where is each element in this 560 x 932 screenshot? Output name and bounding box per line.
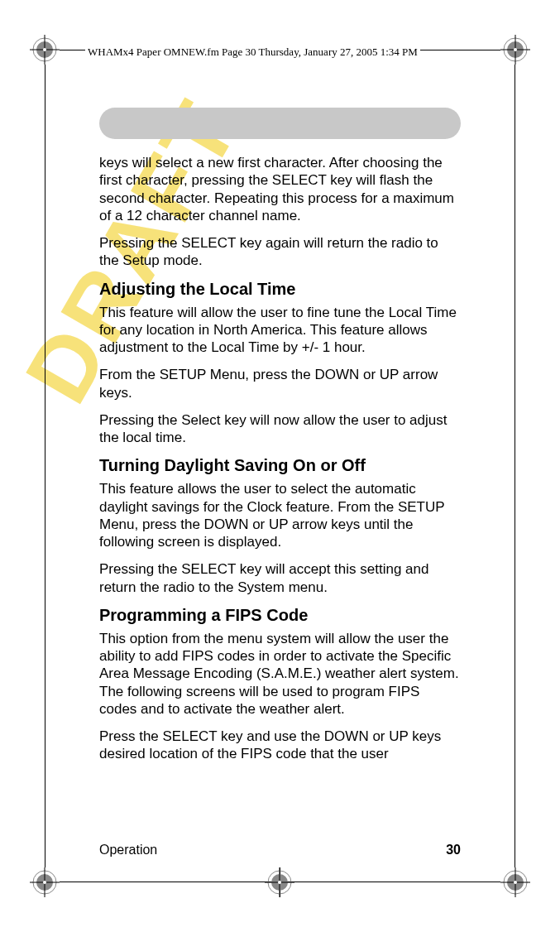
svg-point-14	[43, 881, 46, 884]
body-paragraph: keys will select a new first character. …	[99, 154, 461, 224]
heading-daylight-saving: Turning Daylight Saving On or Off	[99, 456, 461, 475]
body-paragraph: Pressing the SELECT key again will retur…	[99, 234, 461, 270]
body-paragraph: This feature allows the user to select t…	[99, 480, 461, 550]
body-paragraph: Pressing the Select key will now allow t…	[99, 411, 461, 447]
registration-mark-icon	[500, 867, 530, 897]
body-paragraph: Pressing the SELECT key will accept this…	[99, 560, 461, 596]
page-footer: Operation 30	[99, 843, 461, 858]
heading-fips-code: Programming a FIPS Code	[99, 606, 461, 625]
body-paragraph: From the SETUP Menu, press the DOWN or U…	[99, 366, 461, 401]
registration-mark-icon	[30, 867, 60, 897]
crop-line-right	[515, 65, 515, 867]
registration-mark-icon	[30, 35, 60, 65]
svg-point-19	[514, 881, 517, 884]
body-paragraph: Press the SELECT key and use the DOWN or…	[99, 728, 461, 763]
registration-mark-icon	[265, 867, 294, 897]
body-paragraph: This option from the menu system will al…	[99, 630, 461, 718]
registration-mark-icon	[500, 35, 530, 65]
page-header-meta: WHAMx4 Paper OMNEW.fm Page 30 Thursday, …	[85, 46, 420, 59]
heading-adjusting-local-time: Adjusting the Local Time	[99, 280, 461, 299]
body-paragraph: This feature will allow the user to fine…	[99, 304, 461, 357]
svg-point-9	[514, 48, 517, 51]
page-content: keys will select a new first character. …	[99, 108, 461, 866]
crop-line-left	[45, 65, 45, 867]
svg-point-24	[278, 881, 281, 884]
footer-section-label: Operation	[99, 843, 157, 858]
svg-point-4	[43, 48, 46, 51]
section-title-bar	[99, 108, 461, 139]
page-number: 30	[446, 843, 461, 858]
